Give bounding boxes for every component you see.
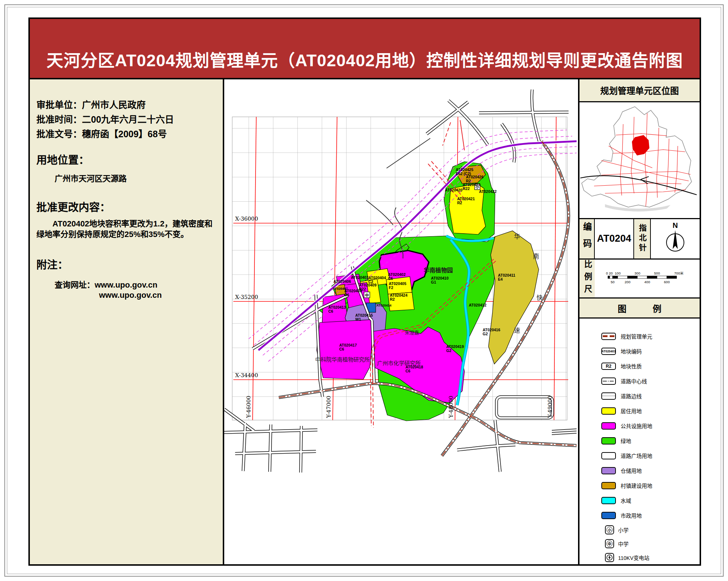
svg-text:W1: W1 (355, 317, 361, 321)
svg-text:R2: R2 (390, 297, 395, 301)
sheet: 天河分区AT0204规划管理单元（AT020402用地）控制性详细规划导则更改通… (28, 17, 701, 566)
svg-text:AT020412: AT020412 (469, 303, 486, 307)
svg-text:200: 200 (625, 280, 630, 284)
svg-text:Y-46000: Y-46000 (245, 396, 252, 418)
svg-text:AT020420: AT020420 (445, 188, 462, 192)
svg-text:Y-48000: Y-48000 (448, 396, 454, 418)
title-banner: 天河分区AT0204规划管理单元（AT020402用地）控制性详细规划导则更改通… (30, 19, 700, 79)
svg-text:X-35200: X-35200 (235, 294, 258, 300)
info-panel: 审批单位：广州市人民政府 批准时间：二00九年六月二十六日 批准文号：穗府函【2… (30, 79, 224, 564)
change-heading: 批准更改内容： (36, 199, 218, 214)
scale-ticks-bottom: 50 200 400 600 (611, 280, 670, 284)
location-heading: 用地位置： (36, 151, 218, 167)
green-space-swatch (601, 437, 616, 444)
middle-school-icon: 中 (365, 293, 369, 297)
compass-label: 指北针 (634, 219, 651, 259)
svg-text:X-36000: X-36000 (235, 216, 258, 222)
legend-item-warehouse: 仓储用地 (579, 463, 700, 478)
primary-school-legend-icon: 小 (605, 525, 614, 534)
scale-ticks-top: 0 20 100 300 500 700米 (606, 271, 684, 275)
svg-text:X-34400: X-34400 (235, 372, 258, 379)
svg-text:400: 400 (644, 280, 650, 284)
legend-item-road-edge: 道路边线 (579, 388, 700, 403)
legend-item-green-space: 绿地 (579, 433, 700, 448)
notes-heading: 附注： (36, 256, 218, 272)
svg-text:AT020406: AT020406 (333, 279, 351, 284)
approval-time: 批准时间：二00九年六月二十六日 (36, 112, 218, 127)
legend-item-primary-school: 小 小学 (579, 523, 700, 537)
svg-text:R2: R2 (457, 201, 462, 205)
legend-item-road-square: 道路广场用地 (579, 448, 700, 463)
svg-text:Y-47000: Y-47000 (325, 396, 332, 418)
water-swatch (601, 497, 616, 504)
svg-text:AT020414: AT020414 (376, 304, 391, 307)
query-url-1[interactable]: 查询网址：www.upo.gov.cn (55, 278, 218, 290)
svg-text:0 20: 0 20 (606, 271, 613, 275)
svg-text:中科院华南植物研究所: 中科院华南植物研究所 (315, 356, 370, 363)
planning-map: 小 中 AT020425E62 (C2) AT020426R2 AT020423… (224, 79, 578, 564)
scale-segments (608, 276, 677, 278)
public-facility-swatch (601, 422, 616, 430)
code-label: 编码 (579, 219, 595, 259)
planning-map-canvas: 小 中 AT020425E62 (C2) AT020426R2 AT020423… (224, 79, 577, 563)
legend: 规划管理单元 AT020401 地块编码 R2 地块性质 道路中心线 道路边线 (579, 319, 700, 564)
parcel-code-swatch: AT020401 (601, 348, 616, 355)
legend-item-parcel-type: R2 地块性质 (579, 359, 700, 374)
svg-text:朱澄嘉: 朱澄嘉 (405, 330, 419, 335)
approval-doc: 批准文号：穗府函【2009】68号 (36, 127, 218, 141)
residential-swatch (601, 407, 616, 415)
svg-text:C6: C6 (339, 347, 344, 351)
svg-text:G2: G2 (446, 348, 451, 353)
scale-label: 比例尺 (579, 260, 595, 297)
location-map-canvas (579, 102, 698, 217)
svg-text:C6: C6 (328, 309, 333, 313)
svg-text:600: 600 (664, 280, 670, 284)
legend-item-public-facility: 公共设施用地 (579, 418, 700, 433)
code-value: AT0204 (595, 219, 634, 259)
legend-item-village: 村镇建设用地 (579, 478, 700, 493)
legend-item-residential: 居住用地 (579, 403, 700, 418)
legend-item-water: 水域 (579, 493, 700, 508)
svg-text:700米: 700米 (674, 271, 684, 275)
svg-text:50: 50 (611, 280, 615, 284)
svg-text:F2: F2 (389, 285, 393, 290)
side-panel: 规划管理单元区位图 (578, 79, 700, 564)
query-url-2[interactable]: www.upo.gov.cn (99, 290, 218, 300)
svg-text:Y-49000: Y-49000 (547, 396, 553, 418)
change-body: AT020402地块容积率更改为1.2，建筑密度和绿地率分别保持原规定的25%和… (36, 218, 218, 240)
svg-text:C6: C6 (344, 293, 349, 297)
north-letter: N (673, 221, 678, 229)
parcel-type-swatch: R2 (601, 363, 616, 370)
svg-text:R22: R22 (463, 186, 470, 191)
legend-item-unit-boundary: 规划管理单元 (579, 329, 700, 344)
svg-text:快: 快 (537, 295, 543, 301)
middle-school-legend-icon: 中 (605, 539, 614, 548)
scale-row: 比例尺 0 20 100 300 500 700米 (579, 260, 700, 299)
svg-text:G1: G1 (431, 280, 436, 284)
location-value: 广州市天河区天源路 (55, 172, 218, 183)
svg-text:C6: C6 (405, 369, 411, 373)
page-title: 天河分区AT0204规划管理单元（AT020402用地）控制性详细规划导则更改通… (47, 26, 683, 71)
svg-text:C6: C6 (388, 276, 393, 281)
boundary-swatch (601, 333, 616, 340)
approval-unit: 审批单位：广州市人民政府 (36, 98, 218, 112)
village-swatch (601, 482, 616, 489)
scale-bar: 0 20 100 300 500 700米 (595, 260, 700, 297)
svg-text:E4: E4 (498, 277, 503, 281)
north-arrow: N (651, 219, 700, 259)
svg-text:广州市化学研究所: 广州市化学研究所 (377, 360, 421, 366)
location-map-title: 规划管理单元区位图 (579, 79, 700, 102)
svg-text:速: 速 (514, 327, 520, 334)
road-square-swatch (601, 452, 616, 459)
location-map (579, 102, 700, 219)
legend-item-middle-school: 中 中学 (579, 537, 700, 550)
centerline-swatch (601, 378, 616, 385)
svg-text:G2: G2 (483, 332, 488, 336)
warehouse-swatch (601, 467, 616, 474)
legend-title: 图 例 (579, 299, 700, 319)
svg-text:南: 南 (533, 253, 539, 260)
legend-item-parcel-code: AT020401 地块编码 (579, 344, 700, 359)
svg-text:AT020422: AT020422 (479, 189, 496, 194)
municipal-swatch (601, 512, 616, 519)
svg-text:华南植物园: 华南植物园 (424, 267, 453, 273)
